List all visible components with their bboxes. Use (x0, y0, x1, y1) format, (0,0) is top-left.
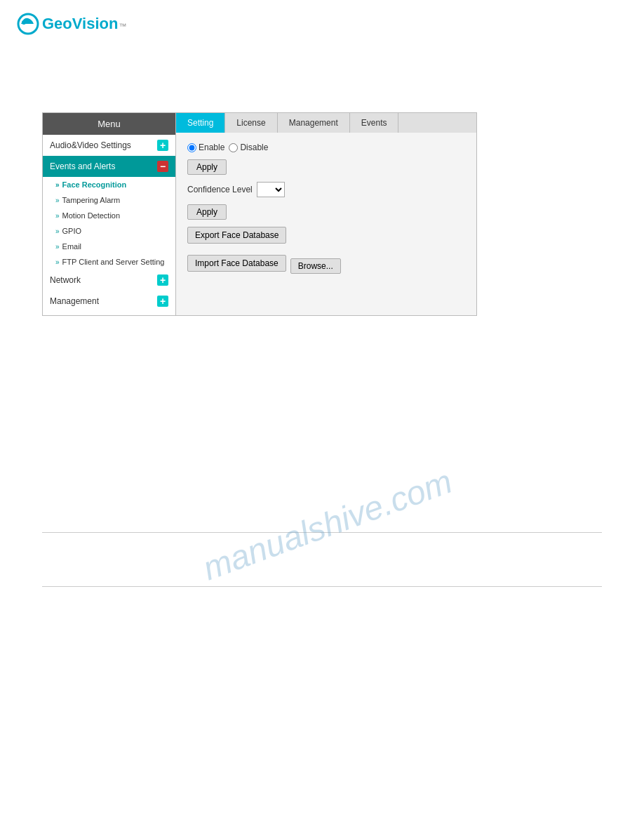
sidebar-item-management[interactable]: Management + (43, 291, 175, 312)
sidebar: Menu Audio&Video Settings + Events and A… (43, 113, 176, 315)
bottom-divider-2 (42, 586, 602, 587)
sidebar-item-events-alerts[interactable]: Events and Alerts − (43, 156, 175, 177)
geovision-logo-icon (17, 13, 39, 35)
arrow-icon-motion: » (55, 212, 60, 220)
arrow-icon-ftp: » (55, 258, 60, 266)
sidebar-subitem-motion-label: Motion Detection (62, 211, 121, 220)
sidebar-item-audio-video-label: Audio&Video Settings (50, 140, 157, 150)
arrow-icon-gpio: » (55, 227, 60, 235)
tab-events[interactable]: Events (350, 113, 399, 133)
content-body: Enable Disable Apply Confidence Level (176, 133, 476, 315)
disable-radio[interactable] (229, 143, 238, 152)
confidence-level-select[interactable] (257, 182, 285, 197)
sidebar-subitem-email-label: Email (62, 242, 82, 251)
enable-disable-row: Enable Disable (187, 143, 465, 152)
import-face-database-button[interactable]: Import Face Database (187, 255, 286, 272)
apply-row-2: Apply (187, 204, 465, 220)
sidebar-item-network-label: Network (50, 275, 157, 285)
main-panel: Menu Audio&Video Settings + Events and A… (42, 112, 477, 316)
browse-button[interactable]: Browse... (290, 258, 341, 274)
arrow-icon-face: » (55, 181, 60, 189)
apply-button-2[interactable]: Apply (187, 204, 227, 220)
arrow-icon-tampering: » (55, 197, 60, 204)
export-db-row: Export Face Database (187, 227, 465, 249)
tab-management[interactable]: Management (278, 113, 350, 133)
plus-icon-network: + (157, 274, 168, 286)
sidebar-item-management-label: Management (50, 296, 157, 306)
sidebar-subitem-ftp[interactable]: » FTP Client and Server Setting (43, 254, 175, 270)
confidence-level-label: Confidence Level (187, 185, 253, 194)
enable-radio[interactable] (187, 143, 196, 152)
logo-text: GeoVision ™ (42, 15, 126, 33)
sidebar-subitem-tampering-label: Tampering Alarm (62, 196, 121, 204)
arrow-icon-email: » (55, 243, 60, 251)
plus-icon-audio-video: + (157, 140, 168, 151)
sidebar-subitem-motion[interactable]: » Motion Detection (43, 208, 175, 223)
sidebar-subitem-ftp-label: FTP Client and Server Setting (62, 258, 165, 266)
tab-license[interactable]: License (225, 113, 277, 133)
minus-icon-events-alerts: − (157, 161, 168, 172)
sidebar-item-network[interactable]: Network + (43, 270, 175, 291)
sidebar-subitem-email[interactable]: » Email (43, 239, 175, 254)
tab-bar: Setting License Management Events (176, 113, 476, 133)
confidence-level-row: Confidence Level (187, 182, 465, 197)
sidebar-subitem-tampering[interactable]: » Tampering Alarm (43, 192, 175, 208)
sidebar-subitem-face-recognition-label: Face Recognition (62, 180, 127, 189)
bottom-divider-1 (42, 532, 602, 533)
sidebar-item-events-alerts-label: Events and Alerts (50, 161, 157, 171)
sidebar-item-audio-video[interactable]: Audio&Video Settings + (43, 135, 175, 156)
apply-row-1: Apply (187, 159, 465, 175)
export-face-database-button[interactable]: Export Face Database (187, 227, 286, 244)
import-db-row: Import Face Database Browse... (187, 255, 465, 277)
content-area: Setting License Management Events Enable (176, 113, 476, 315)
tab-setting[interactable]: Setting (176, 113, 225, 133)
disable-label: Disable (229, 143, 268, 152)
logo: GeoVision ™ (17, 13, 627, 35)
plus-icon-management: + (157, 296, 168, 307)
sidebar-menu-header: Menu (43, 113, 175, 135)
enable-label: Enable (187, 143, 224, 152)
sidebar-subitem-gpio[interactable]: » GPIO (43, 223, 175, 239)
sidebar-subitem-gpio-label: GPIO (62, 227, 82, 235)
apply-button-1[interactable]: Apply (187, 159, 227, 175)
sidebar-subitem-face-recognition[interactable]: » Face Recognition (43, 177, 175, 192)
svg-point-1 (22, 20, 26, 25)
